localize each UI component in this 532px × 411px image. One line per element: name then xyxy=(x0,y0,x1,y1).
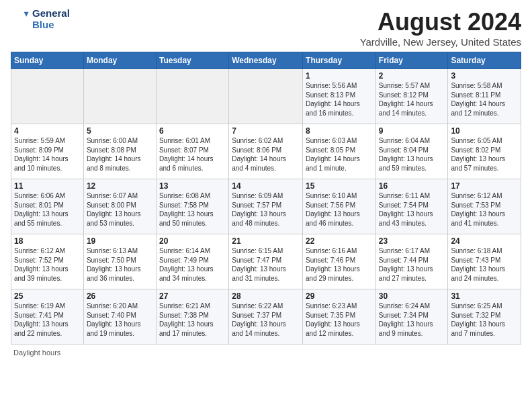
day-info: Sunrise: 6:11 AM Sunset: 7:54 PM Dayligh… xyxy=(379,191,445,228)
calendar-day-header: Wednesday xyxy=(229,52,303,69)
calendar-cell: 14Sunrise: 6:09 AM Sunset: 7:57 PM Dayli… xyxy=(229,179,303,234)
day-number: 14 xyxy=(232,181,300,191)
svg-marker-1 xyxy=(24,11,29,16)
day-info: Sunrise: 6:08 AM Sunset: 7:58 PM Dayligh… xyxy=(159,191,226,228)
calendar-week-row: 1Sunrise: 5:56 AM Sunset: 8:13 PM Daylig… xyxy=(11,69,521,124)
calendar-cell: 22Sunrise: 6:16 AM Sunset: 7:46 PM Dayli… xyxy=(303,234,376,289)
day-number: 8 xyxy=(306,126,373,136)
calendar-day-header: Sunday xyxy=(11,52,84,69)
day-number: 5 xyxy=(87,126,153,136)
day-info: Sunrise: 6:16 AM Sunset: 7:46 PM Dayligh… xyxy=(306,246,373,283)
calendar-cell xyxy=(11,69,84,124)
day-number: 29 xyxy=(306,291,373,301)
day-info: Sunrise: 6:12 AM Sunset: 7:53 PM Dayligh… xyxy=(451,191,518,228)
day-number: 18 xyxy=(14,236,81,246)
calendar-cell: 26Sunrise: 6:20 AM Sunset: 7:40 PM Dayli… xyxy=(83,289,156,345)
page-header: General Blue August 2024 Yardville, New … xyxy=(11,8,521,48)
calendar-cell: 8Sunrise: 6:03 AM Sunset: 8:05 PM Daylig… xyxy=(303,124,376,179)
day-info: Sunrise: 5:59 AM Sunset: 8:09 PM Dayligh… xyxy=(14,136,81,173)
calendar-cell: 19Sunrise: 6:13 AM Sunset: 7:50 PM Dayli… xyxy=(83,234,156,289)
day-number: 26 xyxy=(87,291,153,301)
day-info: Sunrise: 6:23 AM Sunset: 7:35 PM Dayligh… xyxy=(306,302,373,338)
day-info: Sunrise: 5:56 AM Sunset: 8:13 PM Dayligh… xyxy=(306,81,373,118)
title-block: August 2024 Yardville, New Jersey, Unite… xyxy=(360,8,521,48)
day-info: Sunrise: 6:14 AM Sunset: 7:49 PM Dayligh… xyxy=(159,246,226,283)
calendar-cell: 15Sunrise: 6:10 AM Sunset: 7:56 PM Dayli… xyxy=(303,179,376,234)
calendar-cell xyxy=(229,69,303,124)
calendar-cell: 7Sunrise: 6:02 AM Sunset: 8:06 PM Daylig… xyxy=(229,124,303,179)
calendar-cell: 18Sunrise: 6:12 AM Sunset: 7:52 PM Dayli… xyxy=(11,234,84,289)
day-info: Sunrise: 6:05 AM Sunset: 8:02 PM Dayligh… xyxy=(451,136,518,173)
calendar-cell: 29Sunrise: 6:23 AM Sunset: 7:35 PM Dayli… xyxy=(303,289,376,345)
day-info: Sunrise: 6:10 AM Sunset: 7:56 PM Dayligh… xyxy=(306,191,373,228)
daylight-hours-label: Daylight hours xyxy=(13,349,60,357)
calendar-day-header: Thursday xyxy=(303,52,376,69)
logo-text-general: General xyxy=(32,8,70,19)
calendar-day-header: Saturday xyxy=(448,52,521,69)
day-number: 3 xyxy=(451,71,518,81)
day-info: Sunrise: 6:21 AM Sunset: 7:38 PM Dayligh… xyxy=(159,302,226,338)
day-info: Sunrise: 6:12 AM Sunset: 7:52 PM Dayligh… xyxy=(14,246,81,283)
day-number: 1 xyxy=(306,71,373,81)
day-number: 12 xyxy=(87,181,153,191)
footer: Daylight hours xyxy=(11,349,521,357)
calendar-cell: 5Sunrise: 6:00 AM Sunset: 8:08 PM Daylig… xyxy=(83,124,156,179)
calendar-week-row: 25Sunrise: 6:19 AM Sunset: 7:41 PM Dayli… xyxy=(11,289,521,345)
day-info: Sunrise: 5:58 AM Sunset: 8:11 PM Dayligh… xyxy=(451,81,518,118)
calendar-cell: 12Sunrise: 6:07 AM Sunset: 8:00 PM Dayli… xyxy=(83,179,156,234)
day-number: 27 xyxy=(159,291,226,301)
calendar-cell: 17Sunrise: 6:12 AM Sunset: 7:53 PM Dayli… xyxy=(448,179,521,234)
day-number: 19 xyxy=(87,236,153,246)
calendar-cell: 3Sunrise: 5:58 AM Sunset: 8:11 PM Daylig… xyxy=(448,69,521,124)
page-title: August 2024 xyxy=(360,8,521,36)
logo: General Blue xyxy=(11,8,70,30)
day-info: Sunrise: 6:20 AM Sunset: 7:40 PM Dayligh… xyxy=(87,302,153,338)
day-number: 22 xyxy=(306,236,373,246)
day-number: 20 xyxy=(159,236,226,246)
day-number: 25 xyxy=(14,291,81,301)
day-number: 31 xyxy=(451,291,518,301)
day-number: 24 xyxy=(451,236,518,246)
calendar-table: SundayMondayTuesdayWednesdayThursdayFrid… xyxy=(11,52,521,345)
day-number: 21 xyxy=(232,236,300,246)
day-info: Sunrise: 6:25 AM Sunset: 7:32 PM Dayligh… xyxy=(451,302,518,338)
calendar-cell: 23Sunrise: 6:17 AM Sunset: 7:44 PM Dayli… xyxy=(375,234,448,289)
day-number: 17 xyxy=(451,181,518,191)
calendar-cell: 24Sunrise: 6:18 AM Sunset: 7:43 PM Dayli… xyxy=(448,234,521,289)
calendar-day-header: Friday xyxy=(375,52,448,69)
calendar-cell xyxy=(156,69,228,124)
page-subtitle: Yardville, New Jersey, United States xyxy=(360,36,521,48)
calendar-cell: 30Sunrise: 6:24 AM Sunset: 7:34 PM Dayli… xyxy=(375,289,448,345)
calendar-cell: 21Sunrise: 6:15 AM Sunset: 7:47 PM Dayli… xyxy=(229,234,303,289)
calendar-cell: 2Sunrise: 5:57 AM Sunset: 8:12 PM Daylig… xyxy=(375,69,448,124)
day-number: 10 xyxy=(451,126,518,136)
calendar-cell: 4Sunrise: 5:59 AM Sunset: 8:09 PM Daylig… xyxy=(11,124,84,179)
calendar-cell: 25Sunrise: 6:19 AM Sunset: 7:41 PM Dayli… xyxy=(11,289,84,345)
calendar-cell: 6Sunrise: 6:01 AM Sunset: 8:07 PM Daylig… xyxy=(156,124,228,179)
day-number: 6 xyxy=(159,126,226,136)
day-info: Sunrise: 5:57 AM Sunset: 8:12 PM Dayligh… xyxy=(379,81,445,118)
logo-icon xyxy=(11,10,30,29)
calendar-cell: 1Sunrise: 5:56 AM Sunset: 8:13 PM Daylig… xyxy=(303,69,376,124)
calendar-cell: 27Sunrise: 6:21 AM Sunset: 7:38 PM Dayli… xyxy=(156,289,228,345)
day-number: 16 xyxy=(379,181,445,191)
calendar-cell: 10Sunrise: 6:05 AM Sunset: 8:02 PM Dayli… xyxy=(448,124,521,179)
day-info: Sunrise: 6:17 AM Sunset: 7:44 PM Dayligh… xyxy=(379,246,445,283)
calendar-day-header: Tuesday xyxy=(156,52,228,69)
calendar-cell: 28Sunrise: 6:22 AM Sunset: 7:37 PM Dayli… xyxy=(229,289,303,345)
calendar-day-header: Monday xyxy=(83,52,156,69)
day-info: Sunrise: 6:19 AM Sunset: 7:41 PM Dayligh… xyxy=(14,302,81,338)
calendar-cell: 16Sunrise: 6:11 AM Sunset: 7:54 PM Dayli… xyxy=(375,179,448,234)
day-info: Sunrise: 6:04 AM Sunset: 8:04 PM Dayligh… xyxy=(379,136,445,173)
day-info: Sunrise: 6:03 AM Sunset: 8:05 PM Dayligh… xyxy=(306,136,373,173)
calendar-cell: 11Sunrise: 6:06 AM Sunset: 8:01 PM Dayli… xyxy=(11,179,84,234)
calendar-week-row: 11Sunrise: 6:06 AM Sunset: 8:01 PM Dayli… xyxy=(11,179,521,234)
calendar-header-row: SundayMondayTuesdayWednesdayThursdayFrid… xyxy=(11,52,521,69)
day-number: 7 xyxy=(232,126,300,136)
day-info: Sunrise: 6:01 AM Sunset: 8:07 PM Dayligh… xyxy=(159,136,226,173)
calendar-cell: 13Sunrise: 6:08 AM Sunset: 7:58 PM Dayli… xyxy=(156,179,228,234)
calendar-cell xyxy=(83,69,156,124)
logo-text-blue: Blue xyxy=(32,19,70,31)
calendar-week-row: 4Sunrise: 5:59 AM Sunset: 8:09 PM Daylig… xyxy=(11,124,521,179)
day-info: Sunrise: 6:02 AM Sunset: 8:06 PM Dayligh… xyxy=(232,136,300,173)
